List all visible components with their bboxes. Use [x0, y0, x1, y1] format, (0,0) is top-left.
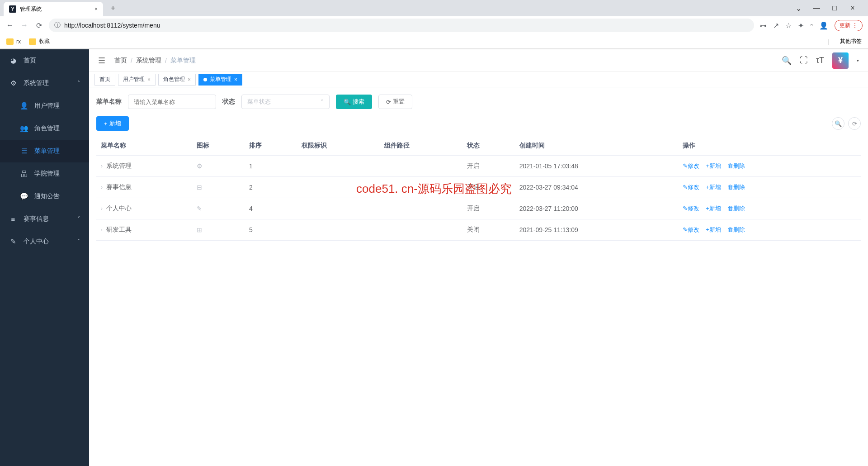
sidebar-item-home[interactable]: ◕首页: [0, 49, 89, 72]
add-link[interactable]: +新增: [706, 162, 721, 170]
expand-icon[interactable]: ›: [101, 163, 103, 169]
search-button[interactable]: 🔍 搜索: [336, 95, 372, 109]
info-icon: ⓘ: [54, 21, 61, 29]
edit-link[interactable]: ✎修改: [683, 226, 699, 234]
edit-link[interactable]: ✎修改: [683, 204, 699, 213]
close-window-icon[interactable]: ×: [846, 4, 859, 13]
status-label: 状态: [222, 98, 235, 106]
back-button[interactable]: ←: [5, 21, 14, 29]
message-icon: 💬: [20, 192, 28, 200]
bookmark-rx[interactable]: rx: [6, 38, 21, 45]
breadcrumb-home[interactable]: 首页: [114, 57, 127, 65]
window-controls: ⌄ — □ ×: [792, 4, 864, 13]
extension-icon[interactable]: ✦: [798, 21, 804, 30]
add-button[interactable]: + 新增: [96, 116, 129, 131]
reset-button[interactable]: ⟳ 重置: [378, 95, 412, 109]
row-icon: ⊞: [197, 226, 202, 233]
breadcrumb-current: 菜单管理: [170, 57, 196, 65]
tab-close-icon[interactable]: ×: [94, 6, 98, 12]
other-bookmarks[interactable]: | 其他书签: [827, 38, 862, 45]
chevron-down-icon: ˅: [321, 99, 324, 105]
expand-icon[interactable]: ›: [101, 184, 103, 190]
search-toggle-button[interactable]: 🔍: [832, 117, 844, 130]
fullscreen-icon[interactable]: ⛶: [800, 56, 808, 65]
main-area: ☰ 首页 / 系统管理 / 菜单管理 🔍 ⛶ τT ¥ ▾ 首页 用户管理× 角…: [89, 49, 868, 466]
org-icon: 品: [20, 170, 28, 178]
chevron-up-icon: ˄: [77, 80, 80, 86]
sidebar-item-users[interactable]: 👤用户管理: [0, 95, 89, 117]
maximize-icon[interactable]: □: [828, 4, 841, 13]
tag-users[interactable]: 用户管理×: [118, 74, 156, 86]
row-icon: ⊟: [197, 184, 202, 191]
update-button[interactable]: 更新 ⋮: [835, 20, 863, 31]
tag-home[interactable]: 首页: [94, 74, 115, 86]
star-icon[interactable]: ☆: [785, 21, 792, 30]
delete-link[interactable]: 🗑删除: [727, 183, 745, 191]
minimize-icon[interactable]: —: [810, 4, 823, 13]
edit-link[interactable]: ✎修改: [683, 183, 699, 191]
edit-link[interactable]: ✎修改: [683, 162, 699, 170]
sidebar-item-menu[interactable]: ☰菜单管理: [0, 140, 89, 162]
close-icon[interactable]: ×: [234, 76, 237, 83]
delete-link[interactable]: 🗑删除: [727, 204, 745, 213]
add-link[interactable]: +新增: [706, 183, 721, 191]
font-size-icon[interactable]: τT: [816, 56, 824, 65]
status-select[interactable]: 菜单状态˅: [241, 95, 330, 109]
search-icon[interactable]: 🔍: [782, 56, 792, 66]
avatar[interactable]: ¥: [832, 52, 849, 69]
folder-icon: [6, 38, 14, 45]
key-icon[interactable]: ⊶: [760, 21, 767, 30]
url-bar[interactable]: ⓘ http://localhost:8112/system/menu: [49, 19, 754, 32]
name-input[interactable]: [128, 95, 216, 109]
add-link[interactable]: +新增: [706, 204, 721, 213]
table-row: ›系统管理 ⚙ 1 开启 2021-01-05 17:03:48 ✎修改 +新增…: [96, 156, 861, 177]
people-icon: 👥: [20, 124, 28, 133]
forward-button[interactable]: →: [20, 21, 29, 29]
bookmark-fav[interactable]: 收藏: [29, 38, 50, 45]
expand-icon[interactable]: ›: [101, 227, 103, 233]
menu-table: 菜单名称 图标 排序 权限标识 组件路径 状态 创建时间 操作 ›系统管理 ⚙ …: [96, 136, 861, 241]
edit-icon: ✎: [9, 238, 17, 246]
chevron-down-icon: ˅: [77, 216, 80, 222]
expand-icon[interactable]: ›: [101, 205, 103, 212]
sidebar-item-notice[interactable]: 💬通知公告: [0, 185, 89, 208]
tab-bar: Y 管理系统 × + ⌄ — □ ×: [0, 0, 868, 16]
profile-icon[interactable]: 👤: [819, 21, 828, 30]
refresh-button[interactable]: ⟳: [848, 117, 861, 130]
browser-tab[interactable]: Y 管理系统 ×: [4, 2, 103, 16]
close-icon[interactable]: ×: [188, 76, 191, 83]
user-icon: 👤: [20, 102, 28, 110]
add-link[interactable]: +新增: [706, 226, 721, 234]
sidebar-item-roles[interactable]: 👥角色管理: [0, 117, 89, 140]
content-area: 菜单名称 状态 菜单状态˅ 🔍 搜索 ⟳ 重置 + 新增 🔍 ⟳ 菜单名称: [89, 87, 868, 466]
name-label: 菜单名称: [96, 98, 122, 106]
nav-right: ⊶ ↗ ☆ ✦ ▫ 👤 更新 ⋮: [760, 20, 863, 31]
share-icon[interactable]: ↗: [773, 21, 779, 30]
dashboard-icon: ◕: [9, 57, 17, 65]
reload-button[interactable]: ⟳: [34, 21, 43, 30]
hamburger-icon[interactable]: ☰: [98, 56, 105, 66]
tag-menu[interactable]: 菜单管理×: [198, 74, 242, 86]
delete-link[interactable]: 🗑删除: [727, 226, 745, 234]
dropdown-icon[interactable]: ▾: [857, 58, 859, 63]
tag-bar: 首页 用户管理× 角色管理× 菜单管理×: [89, 72, 868, 87]
chevron-down-icon: ˅: [77, 238, 80, 245]
sidebar-item-profile[interactable]: ✎个人中心˅: [0, 230, 89, 253]
dropdown-icon[interactable]: ⌄: [792, 4, 805, 13]
sidebar-item-college[interactable]: 品学院管理: [0, 162, 89, 185]
sidebar-item-contest[interactable]: ≡赛事信息˅: [0, 208, 89, 230]
new-tab-button[interactable]: +: [107, 4, 119, 13]
toolbar-row: + 新增 🔍 ⟳: [96, 116, 861, 131]
row-icon: ⚙: [197, 162, 203, 170]
sidebar-item-system[interactable]: ⚙系统管理˄: [0, 72, 89, 95]
table-row: ›个人中心 ✎ 4 开启 2022-03-27 11:20:00 ✎修改 +新增…: [96, 198, 861, 219]
breadcrumb-system[interactable]: 系统管理: [136, 57, 161, 65]
tag-roles[interactable]: 角色管理×: [158, 74, 196, 86]
delete-link[interactable]: 🗑删除: [727, 162, 745, 170]
favicon-icon: Y: [9, 5, 16, 13]
panel-icon[interactable]: ▫: [810, 21, 813, 29]
row-icon: ✎: [197, 205, 202, 212]
table-row: ›赛事信息 ⊟ 2 开启 2022-03-27 09:34:04 ✎修改 +新增…: [96, 177, 861, 198]
close-icon[interactable]: ×: [147, 76, 151, 83]
sidebar: ◕首页 ⚙系统管理˄ 👤用户管理 👥角色管理 ☰菜单管理 品学院管理 💬通知公告…: [0, 49, 89, 466]
